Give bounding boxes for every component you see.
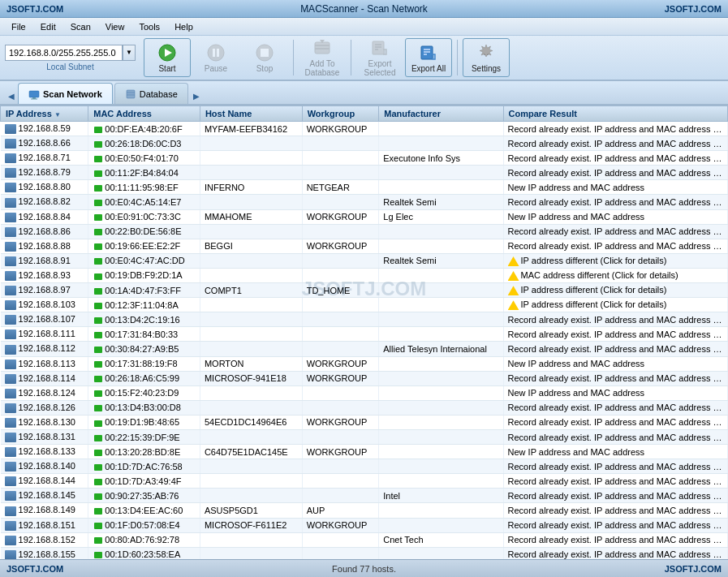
cell-manufacturer — [379, 459, 503, 474]
svg-rect-26 — [127, 90, 135, 98]
menu-tools[interactable]: Tools — [132, 20, 166, 33]
cell-manufacturer — [379, 356, 503, 371]
pc-icon — [5, 300, 16, 310]
menu-help[interactable]: Help — [168, 20, 200, 33]
cell-workgroup: WORKGROUP — [302, 518, 379, 532]
menu-file[interactable]: File — [5, 20, 32, 33]
table-row[interactable]: 192.168.8.149 00:13:D4:EE:AC:60ASUSP5GD1… — [1, 503, 728, 518]
table-row[interactable]: 192.168.8.131 00:22:15:39:DF:9ERecord al… — [1, 429, 728, 444]
col-host[interactable]: Host Name — [200, 106, 302, 122]
cell-workgroup — [302, 547, 379, 559]
cell-ip: 192.168.8.130 — [1, 415, 88, 429]
table-row[interactable]: 192.168.8.111 00:17:31:84:B0:33Record al… — [1, 327, 728, 342]
pc-icon — [5, 315, 16, 325]
table-row[interactable]: 192.168.8.82 00:E0:4C:A5:14:E7Realtek Se… — [1, 195, 728, 209]
table-container[interactable]: IP Address ▼ MAC Address Host Name Workg… — [0, 105, 728, 559]
table-row[interactable]: 192.168.8.140 00:1D:7D:AC:76:58Record al… — [1, 459, 728, 474]
cell-mac: 00:1A:4D:47:F3:FF — [88, 283, 200, 298]
cell-manufacturer — [379, 503, 503, 518]
pc-icon — [5, 124, 16, 134]
cell-mac: 00:E0:4C:47:AC:DD — [88, 253, 200, 268]
start-button[interactable]: Start — [144, 38, 191, 77]
menu-edit[interactable]: Edit — [34, 20, 62, 33]
cell-ip: 192.168.8.114 — [1, 371, 88, 385]
table-row[interactable]: 192.168.8.107 00:13:D4:2C:19:16Record al… — [1, 312, 728, 327]
col-manufacturer[interactable]: Manufacturer — [379, 106, 503, 122]
cell-manufacturer — [379, 445, 503, 459]
pc-icon — [5, 345, 16, 355]
table-row[interactable]: 192.168.8.130 00:19:D1:9B:48:6554ECD1DC1… — [1, 415, 728, 429]
table-row[interactable]: 192.168.8.66 00:26:18:D6:0C:D3Record alr… — [1, 136, 728, 151]
subnet-group: ▼ Local Subnet — [5, 45, 136, 71]
cell-result: Record already exist. IP address and MAC… — [503, 532, 727, 547]
table-row[interactable]: 192.168.8.103 00:12:3F:11:04:8AIP addres… — [1, 298, 728, 312]
table-row[interactable]: 192.168.8.79 00:11:2F:B4:84:04Record alr… — [1, 166, 728, 180]
cell-workgroup — [302, 151, 379, 166]
tab-nav-left[interactable]: ◀ — [5, 88, 18, 104]
svg-rect-23 — [29, 91, 39, 97]
cell-mac: 00:17:31:88:19:F8 — [88, 356, 200, 371]
tab-database[interactable]: Database — [114, 83, 188, 104]
subnet-dropdown[interactable]: ▼ — [123, 45, 136, 61]
cell-manufacturer — [379, 298, 503, 312]
pc-icon — [5, 360, 16, 369]
table-row[interactable]: 192.168.8.112 00:30:84:27:A9:B5Allied Te… — [1, 342, 728, 356]
cell-manufacturer — [379, 474, 503, 489]
pause-button[interactable]: Pause — [192, 38, 239, 77]
cell-ip: 192.168.8.113 — [1, 356, 88, 371]
col-result[interactable]: Compare Result — [503, 106, 727, 122]
pause-label: Pause — [205, 64, 227, 73]
table-row[interactable]: 192.168.8.84 00:E0:91:0C:73:3CMMAHOMEWOR… — [1, 209, 728, 224]
table-row[interactable]: 192.168.8.93 00:19:DB:F9:2D:1AMAC addres… — [1, 268, 728, 282]
menu-scan[interactable]: Scan — [64, 20, 97, 33]
col-ip[interactable]: IP Address ▼ — [1, 106, 88, 122]
table-row[interactable]: 192.168.8.133 00:13:20:28:BD:8EC64D75E1D… — [1, 445, 728, 459]
table-row[interactable]: 192.168.8.71 00:E0:50:F4:01:70Executone … — [1, 151, 728, 166]
mac-icon — [94, 317, 102, 324]
table-row[interactable]: 192.168.8.59 00:DF:EA:4B:20:6FMYFAM-EEFB… — [1, 122, 728, 136]
col-workgroup[interactable]: Workgroup — [302, 106, 379, 122]
settings-button[interactable]: Settings — [463, 38, 510, 77]
table-row[interactable]: 192.168.8.114 00:26:18:A6:C5:99MICROSOF-… — [1, 371, 728, 385]
cell-workgroup — [302, 166, 379, 180]
cell-workgroup — [302, 136, 379, 151]
table-row[interactable]: 192.168.8.152 00:80:AD:76:92:78Cnet Tech… — [1, 532, 728, 547]
cell-manufacturer — [379, 166, 503, 180]
subnet-input[interactable] — [5, 45, 123, 61]
stop-button[interactable]: Stop — [241, 38, 288, 77]
tab-nav-right[interactable]: ▶ — [190, 88, 203, 104]
tab-scan-network-label: Scan Network — [43, 89, 102, 99]
status-brand-left: JSOFTJ.COM — [6, 564, 63, 574]
table-row[interactable]: 192.168.8.155 00:1D:60:23:58:EARecord al… — [1, 547, 728, 559]
toolbar-separator-3 — [457, 40, 458, 75]
table-row[interactable]: 192.168.8.126 00:13:D4:B3:00:D8Record al… — [1, 400, 728, 415]
tab-scan-network[interactable]: Scan Network — [18, 83, 113, 104]
pc-icon — [5, 403, 16, 413]
table-row[interactable]: 192.168.8.151 00:1F:D0:57:08:E4MICROSOF-… — [1, 518, 728, 532]
mac-icon — [94, 332, 102, 338]
export-all-label: Export All — [411, 64, 446, 73]
cell-manufacturer — [379, 547, 503, 559]
cell-ip: 192.168.8.80 — [1, 180, 88, 195]
table-row[interactable]: 192.168.8.91 00:E0:4C:47:AC:DDRealtek Se… — [1, 253, 728, 268]
col-mac[interactable]: MAC Address — [88, 106, 200, 122]
cell-host: BEGGI — [200, 239, 302, 253]
table-row[interactable]: 192.168.8.86 00:22:B0:DE:56:8ERecord alr… — [1, 224, 728, 239]
cell-host — [200, 136, 302, 151]
table-row[interactable]: 192.168.8.80 00:11:11:95:98:EFINFERNONET… — [1, 180, 728, 195]
table-row[interactable]: 192.168.8.144 00:1D:7D:A3:49:4FRecord al… — [1, 474, 728, 489]
table-row[interactable]: 192.168.8.113 00:17:31:88:19:F8MORTONWOR… — [1, 356, 728, 371]
table-row[interactable]: 192.168.8.124 00:15:F2:40:23:D9New IP ad… — [1, 385, 728, 400]
cell-workgroup: WORKGROUP — [302, 445, 379, 459]
table-row[interactable]: 192.168.8.88 00:19:66:EE:E2:2FBEGGIWORKG… — [1, 239, 728, 253]
table-row[interactable]: 192.168.8.145 00:90:27:35:AB:76IntelReco… — [1, 489, 728, 503]
menu-view[interactable]: View — [99, 20, 131, 33]
export-sel-icon — [370, 38, 390, 58]
add-to-database-button[interactable]: Add To Database — [299, 38, 346, 77]
export-all-button[interactable]: Export All — [405, 38, 452, 77]
table-row[interactable]: 192.168.8.97 00:1A:4D:47:F3:FFCOMPT1TD_H… — [1, 283, 728, 298]
export-selected-button[interactable]: Export Selected — [356, 38, 403, 77]
cell-host — [200, 224, 302, 239]
cell-mac: 00:22:B0:DE:56:8E — [88, 224, 200, 239]
toolbar: ▼ Local Subnet Start Pause — [0, 36, 728, 81]
